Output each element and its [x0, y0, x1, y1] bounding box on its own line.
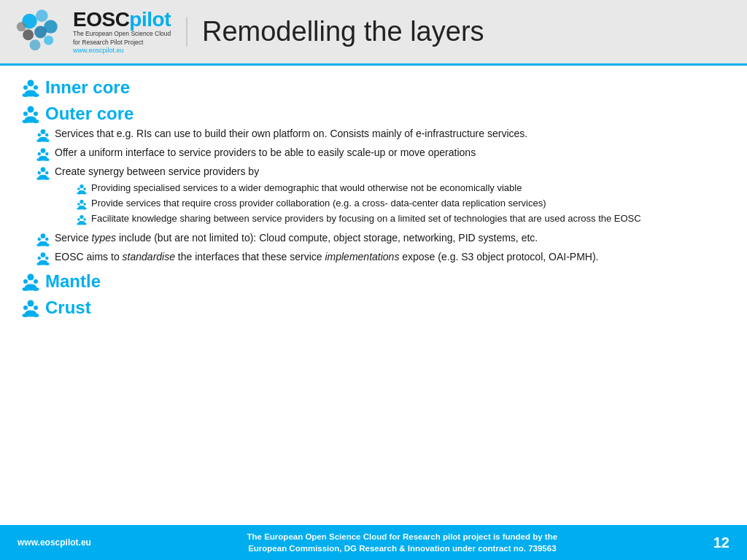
svg-point-68	[28, 273, 34, 280]
crust-label: Crust	[45, 298, 91, 318]
list-item: Create synergy between service providers…	[22, 165, 725, 228]
svg-point-77	[23, 314, 29, 317]
bullet-icon-4	[36, 232, 50, 246]
eosc-brand: EOSCpilot	[73, 9, 179, 30]
svg-point-37	[44, 177, 50, 180]
svg-point-24	[45, 133, 49, 137]
footer-url: www.eoscpilot.eu	[18, 537, 91, 548]
bullet-icon-2	[36, 147, 50, 161]
sub-bullet-text-3: Facilitate knowledge sharing between ser…	[91, 212, 641, 225]
section-mantle-heading: Mantle	[22, 271, 725, 292]
svg-point-40	[77, 187, 80, 190]
bullet-icon-1	[36, 128, 50, 142]
footer-center-text: The European Open Science Cloud for Rese…	[91, 531, 713, 554]
svg-point-70	[23, 279, 28, 284]
svg-point-61	[44, 244, 50, 246]
svg-point-29	[36, 158, 42, 161]
bullet-icon-3	[36, 166, 50, 180]
svg-point-3	[34, 26, 47, 38]
logo-area: EOSCpilot The European Open Science Clou…	[15, 7, 179, 58]
mantle-label: Mantle	[45, 271, 101, 292]
page-header: EOSCpilot The European Open Science Clou…	[0, 0, 747, 66]
sub-bullet-text-1: Providing specialised services to a wide…	[91, 182, 522, 195]
bullet-3-container: Create synergy between service providers…	[55, 165, 641, 228]
svg-point-64	[38, 256, 42, 260]
svg-point-23	[36, 139, 42, 142]
page-number: 12	[713, 534, 729, 551]
svg-point-66	[45, 256, 49, 260]
svg-point-58	[38, 237, 42, 241]
svg-point-53	[77, 222, 80, 225]
bullet-text-4: Service types include (but are not limit…	[55, 231, 538, 246]
svg-point-22	[38, 133, 42, 137]
svg-point-67	[44, 262, 50, 265]
slide-title: Remodelling the layers	[186, 17, 484, 47]
svg-point-25	[44, 139, 50, 142]
eosc-tagline: The European Open Science Cloud for Rese…	[73, 30, 179, 46]
svg-point-14	[28, 106, 34, 113]
svg-point-17	[23, 120, 29, 123]
eosc-pilot-text: pilot	[129, 8, 171, 31]
svg-point-60	[45, 237, 49, 241]
svg-point-12	[34, 85, 38, 90]
svg-point-1	[36, 9, 48, 22]
outer-core-bullets: Services that e.g. RIs can use to build …	[22, 127, 725, 265]
svg-point-31	[44, 158, 50, 161]
svg-point-10	[23, 85, 28, 90]
list-item: Facilitate knowledge sharing between ser…	[77, 212, 641, 225]
main-content: Inner core Outer core Services that e.g.…	[0, 66, 747, 518]
section-inner-core-heading: Inner core	[22, 77, 725, 98]
svg-point-49	[82, 207, 86, 209]
svg-point-72	[34, 279, 38, 284]
svg-point-48	[83, 203, 86, 206]
svg-point-18	[34, 112, 38, 116]
svg-point-78	[34, 306, 38, 310]
inner-core-icon	[22, 78, 39, 97]
svg-point-43	[82, 192, 86, 194]
eosc-text: EOSCpilot The European Open Science Clou…	[73, 9, 179, 53]
inner-core-label: Inner core	[45, 77, 130, 98]
bullet-text-5: EOSC aims to standardise the interfaces …	[55, 250, 599, 265]
bullet-icon-5	[36, 251, 50, 265]
svg-point-71	[23, 287, 29, 291]
sub-bullet-icon-1	[77, 183, 87, 195]
eosc-main-text: EOSC	[73, 8, 129, 31]
svg-point-50	[80, 214, 83, 218]
svg-point-16	[23, 112, 28, 116]
svg-point-11	[23, 93, 29, 97]
outer-core-label: Outer core	[45, 104, 133, 124]
outer-core-icon	[22, 104, 39, 123]
svg-point-42	[83, 187, 86, 190]
page-footer: www.eoscpilot.eu The European Open Scien…	[0, 525, 747, 560]
sub-bullet-list: Providing specialised services to a wide…	[77, 182, 641, 225]
svg-point-74	[28, 300, 34, 306]
svg-point-79	[33, 314, 39, 317]
footer-line1: The European Open Science Cloud for Rese…	[91, 531, 713, 542]
svg-point-8	[28, 80, 34, 87]
bullet-text-3: Create synergy between service providers…	[55, 166, 259, 177]
section-outer-core-heading: Outer core	[22, 104, 725, 124]
svg-point-38	[80, 184, 83, 187]
section-crust-heading: Crust	[22, 298, 725, 318]
svg-point-30	[45, 152, 49, 156]
svg-point-13	[33, 93, 39, 97]
eosc-url: www.eoscpilot.eu	[73, 47, 179, 54]
svg-point-62	[41, 252, 46, 257]
svg-point-73	[33, 287, 39, 291]
list-item: Provide services that require cross prov…	[77, 197, 641, 210]
svg-point-34	[38, 171, 42, 175]
svg-point-59	[36, 244, 42, 246]
svg-point-52	[77, 218, 80, 221]
bullet-text-2: Offer a uniform interface to service pro…	[55, 146, 476, 160]
svg-point-32	[41, 167, 46, 172]
svg-point-54	[83, 218, 86, 221]
svg-point-56	[41, 233, 46, 238]
sub-bullet-icon-2	[77, 198, 87, 210]
svg-point-28	[38, 152, 42, 156]
list-item: Offer a uniform interface to service pro…	[22, 146, 725, 161]
svg-point-41	[77, 192, 80, 194]
list-item: Service types include (but are not limit…	[22, 231, 725, 246]
svg-point-7	[30, 39, 41, 50]
svg-point-4	[23, 29, 34, 40]
svg-point-5	[17, 22, 26, 31]
